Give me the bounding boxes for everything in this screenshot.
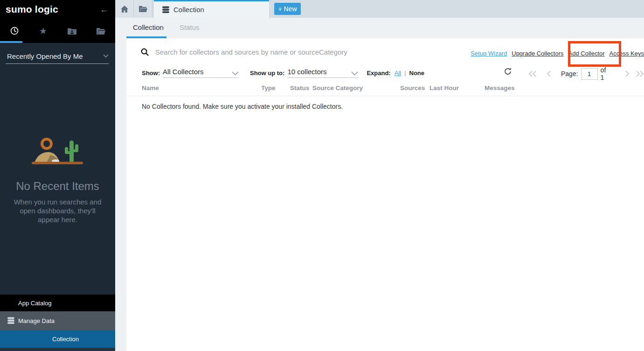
column-header-messages[interactable]: Messages: [485, 84, 515, 91]
no-recent-items-title: No Recent Items: [0, 180, 115, 193]
folder-icon: [139, 6, 147, 12]
page-number-input[interactable]: [581, 68, 598, 80]
clock-icon: [10, 27, 19, 35]
column-header-last-hour[interactable]: Last Hour: [429, 84, 459, 91]
show-up-to-select-value: 10 collectors: [287, 68, 326, 76]
folder-open-icon: [97, 28, 105, 35]
chevron-down-icon: [232, 71, 239, 76]
search-bar: [141, 48, 454, 56]
chevron-down-icon: [351, 71, 358, 76]
sidebar: sumo logic ← ★: [0, 0, 115, 351]
sidebar-item-label: Collection: [52, 336, 79, 343]
search-input[interactable]: [155, 48, 454, 56]
desert-illustration: [29, 135, 86, 167]
subtab-bar: Collection Status: [115, 18, 644, 38]
home-icon: [121, 6, 128, 13]
column-header-name[interactable]: Name: [142, 84, 159, 91]
database-icon: [162, 6, 170, 14]
no-recent-items-subtitle: When you run searches and open dashboard…: [8, 197, 107, 224]
collectors-table-header: Name Type Status Source Category Sources…: [126, 83, 644, 96]
top-tab-bar: Collection + New: [115, 0, 644, 18]
expand-all-link[interactable]: All: [395, 70, 401, 77]
app-window: sumo logic ← ★: [0, 0, 644, 351]
sidebar-item-collection[interactable]: Collection: [0, 330, 115, 348]
search-icon: [141, 48, 149, 56]
filter-toolbar: Show: All Collectors Show up to: 10 coll…: [142, 67, 424, 78]
sidebar-bottom-menu: App Catalog Manage Data Collection: [0, 295, 115, 351]
add-collector-link[interactable]: Add Collector: [568, 50, 605, 57]
prev-page-button[interactable]: [546, 70, 551, 77]
folder-person-icon: [68, 28, 76, 35]
sidebar-icon-tabs: ★: [0, 19, 115, 43]
collapse-sidebar-icon[interactable]: ←: [100, 5, 109, 14]
header-links: Setup Wizard Upgrade Collectors Add Coll…: [466, 50, 644, 57]
collection-tab[interactable]: Collection: [154, 0, 269, 18]
chevron-right-icon: [625, 70, 630, 77]
library-button[interactable]: [134, 0, 152, 18]
sidebar-item-label: App Catalog: [18, 300, 52, 307]
subtab-collection[interactable]: Collection: [133, 18, 164, 36]
next-page-button[interactable]: [625, 70, 630, 77]
show-up-to-select[interactable]: 10 collectors: [287, 68, 358, 78]
first-page-button[interactable]: [528, 70, 537, 77]
home-button[interactable]: [115, 0, 134, 18]
subtab-status[interactable]: Status: [180, 18, 200, 36]
no-collectors-message: No Collectors found. Make sure you activ…: [142, 103, 343, 110]
tab-recent[interactable]: [0, 19, 29, 43]
page-label: Page:: [561, 70, 578, 77]
collection-panel: Setup Wizard Upgrade Collectors Add Coll…: [126, 38, 644, 351]
sidebar-header: sumo logic ←: [0, 0, 115, 19]
access-keys-link[interactable]: Access Keys: [609, 50, 644, 57]
new-button[interactable]: + New: [274, 3, 301, 15]
double-chevron-left-icon: [528, 70, 537, 77]
tab-library[interactable]: [86, 19, 115, 43]
column-header-source-category[interactable]: Source Category: [312, 84, 363, 91]
page-of-label: of 1: [601, 66, 610, 81]
recent-scope-select[interactable]: Recently Opened By Me: [6, 49, 109, 64]
refresh-icon: [504, 67, 512, 75]
sidebar-item-manage-data[interactable]: Manage Data: [0, 311, 115, 330]
sumo-logic-logo: sumo logic: [6, 4, 58, 15]
sidebar-item-app-catalog[interactable]: App Catalog: [0, 295, 115, 311]
last-page-button[interactable]: [636, 70, 644, 77]
expand-none-link[interactable]: None: [409, 70, 425, 77]
refresh-button[interactable]: [504, 67, 512, 77]
show-select-value: All Collectors: [163, 68, 204, 76]
expand-separator: |: [404, 70, 406, 77]
sidebar-bottom-strip: [0, 348, 115, 351]
database-icon: [7, 317, 15, 324]
show-label: Show:: [142, 70, 160, 77]
chevron-left-icon: [546, 70, 551, 77]
recent-scope-label: Recently Opened By Me: [6, 52, 83, 60]
star-icon: ★: [39, 27, 47, 35]
expand-label: Expand:: [367, 70, 390, 77]
column-header-type[interactable]: Type: [261, 84, 276, 91]
show-up-to-label: Show up to:: [250, 70, 284, 77]
chevron-down-icon: [103, 54, 109, 58]
show-select[interactable]: All Collectors: [163, 68, 239, 78]
tab-shared-folders[interactable]: [58, 19, 87, 43]
setup-wizard-link[interactable]: Setup Wizard: [471, 50, 507, 57]
tab-favorites[interactable]: ★: [29, 19, 58, 43]
sidebar-item-label: Manage Data: [18, 317, 55, 324]
double-chevron-right-icon: [636, 70, 644, 77]
column-header-status[interactable]: Status: [290, 84, 309, 91]
upgrade-collectors-link[interactable]: Upgrade Collectors: [512, 50, 563, 57]
collection-tab-label: Collection: [173, 6, 204, 14]
pagination: Page: of 1: [528, 66, 644, 81]
active-tab-indicator: [0, 41, 22, 43]
column-header-sources[interactable]: Sources: [400, 84, 425, 91]
